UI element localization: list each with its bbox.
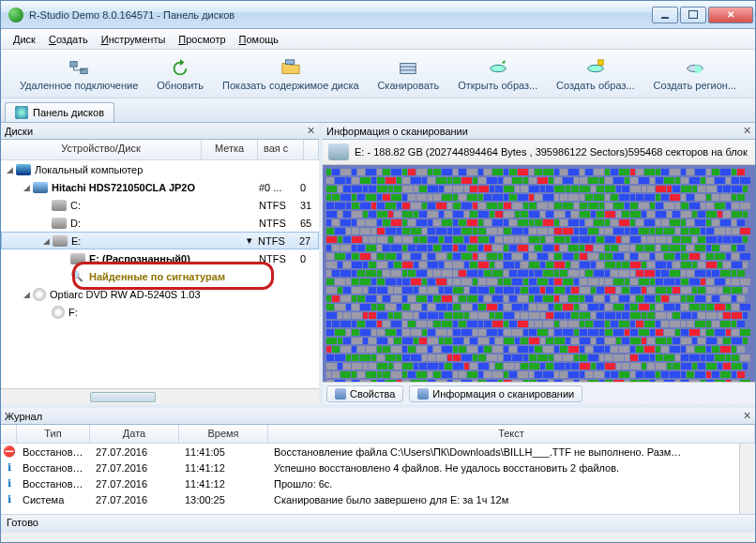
- journal-row[interactable]: ℹ Восстанов… 27.07.2016 11:41:12 Прошло:…: [1, 475, 739, 491]
- toolbar: Удаленное подключение Обновить Показать …: [1, 50, 755, 98]
- jrow-time: 11:41:12: [179, 478, 268, 490]
- disk-tab-icon: [15, 106, 28, 119]
- menu-disk[interactable]: Диск: [7, 31, 42, 48]
- col-device[interactable]: Устройство/Диск: [1, 140, 202, 159]
- svg-point-6: [490, 65, 506, 71]
- tb-remote-label: Удаленное подключение: [20, 80, 138, 91]
- svg-rect-0: [70, 61, 77, 67]
- jcol-type[interactable]: Тип: [17, 425, 90, 443]
- tb-createimage-label: Создать образ...: [556, 80, 635, 91]
- tb-remote[interactable]: Удаленное подключение: [10, 55, 147, 93]
- jrow-text: Сканирование было завершено для E: за 1ч…: [268, 494, 739, 505]
- close-button[interactable]: ✕: [708, 7, 753, 23]
- journal-body[interactable]: ⛔ Восстанов… 27.07.2016 11:41:05 Восстан…: [1, 444, 739, 514]
- tab-scaninfo[interactable]: Информация о сканировании: [409, 385, 582, 402]
- menu-help[interactable]: Помощь: [233, 31, 286, 48]
- jrow-date: 27.07.2016: [90, 446, 179, 458]
- tabs-row: Панель дисков: [1, 98, 755, 123]
- device-tree[interactable]: ◢Локальный компьютер ◢Hitachi HDS721050C…: [1, 160, 319, 388]
- disks-pane-close[interactable]: ✕: [307, 125, 315, 137]
- refresh-icon: [167, 57, 193, 80]
- maximize-button[interactable]: [680, 7, 706, 23]
- app-window: R-Studio Demo 8.0.164571 - Панель дисков…: [0, 0, 756, 543]
- drive-icon: [52, 200, 67, 211]
- tb-openimage[interactable]: Открыть образ...: [448, 55, 547, 93]
- jcol-date[interactable]: Дата: [90, 425, 179, 443]
- tree-row-c[interactable]: C:NTFS31: [1, 196, 319, 214]
- jrow-type: Восстанов…: [17, 478, 90, 490]
- scrollbar-thumb[interactable]: [90, 392, 156, 402]
- scaninfo-pane-close[interactable]: ✕: [743, 125, 751, 137]
- jrow-text: Успешно восстановлено 4 файлов. Не удало…: [268, 462, 739, 474]
- scaninfo-icon: [417, 388, 429, 400]
- jrow-type: Система: [17, 494, 90, 505]
- jcol-time[interactable]: Время: [179, 425, 268, 443]
- tree-row-d[interactable]: D:NTFS65: [1, 214, 319, 232]
- tab-properties[interactable]: Свойства: [326, 385, 403, 402]
- journal-close[interactable]: ✕: [743, 410, 751, 422]
- drive-icon: [53, 235, 68, 247]
- col-fs[interactable]: вая с: [258, 140, 304, 159]
- folder-open-icon: [278, 57, 304, 80]
- right-tabs: Свойства Информация о сканировании: [323, 382, 755, 404]
- tree-row-hdd[interactable]: ◢Hitachi HDS721050CLA JP2O#0 ...0: [1, 178, 319, 196]
- jrow-time: 11:41:12: [179, 462, 268, 474]
- tree-row-signatures[interactable]: 🔍Найденные по сигнатурам: [1, 267, 319, 285]
- titlebar: R-Studio Demo 8.0.164571 - Панель дисков…: [1, 1, 755, 29]
- scan-disk-info: E: - 188.82 GB (202744894464 Bytes , 395…: [355, 146, 748, 158]
- tb-scan[interactable]: Сканировать: [368, 55, 448, 93]
- journal-header: Тип Дата Время Текст: [1, 425, 755, 444]
- info-icon: ℹ: [1, 477, 17, 490]
- network-icon: [66, 57, 92, 80]
- tree-row-e-recognized[interactable]: E: (Распознанный0)NTFS0: [1, 249, 319, 267]
- journal-row[interactable]: ℹ Система 27.07.2016 13:00:25 Сканирован…: [1, 491, 739, 507]
- menu-create[interactable]: Создать: [42, 31, 95, 48]
- jrow-date: 27.07.2016: [90, 462, 179, 474]
- tb-refresh[interactable]: Обновить: [147, 55, 213, 93]
- jrow-text: Прошло: 6с.: [268, 478, 739, 490]
- tab-disk-panel[interactable]: Панель дисков: [5, 102, 114, 122]
- journal-row[interactable]: ℹ Восстанов… 27.07.2016 11:41:12 Успешно…: [1, 460, 739, 475]
- journal-title-label: Журнал: [5, 411, 42, 422]
- tree-row-e[interactable]: ◢E:▾ NTFS27: [1, 232, 319, 249]
- menubar: Диск Создать Инструменты Просмотр Помощь: [1, 29, 755, 50]
- svg-rect-2: [285, 59, 294, 64]
- disk-large-icon: [328, 143, 349, 160]
- status-bar: Готово: [1, 514, 755, 533]
- tree-row-f[interactable]: F:: [1, 303, 319, 321]
- menu-view[interactable]: Просмотр: [172, 31, 232, 48]
- svg-rect-8: [598, 59, 604, 65]
- jrow-text: Восстановление файла C:\Users\ПК\Downloa…: [268, 446, 739, 458]
- tb-scan-label: Сканировать: [377, 80, 439, 91]
- tb-createregion[interactable]: Создать регион...: [644, 55, 746, 93]
- info-icon: ℹ: [1, 461, 17, 474]
- scaninfo-pane-title: Информация о сканировании ✕: [323, 123, 755, 140]
- menu-tools[interactable]: Инструменты: [95, 31, 173, 48]
- col-start[interactable]: [304, 140, 319, 159]
- tab-scaninfo-label: Информация о сканировании: [432, 388, 574, 400]
- drive-icon: [70, 253, 85, 264]
- tb-showcontent[interactable]: Показать содержимое диска: [213, 55, 368, 93]
- jcol-text[interactable]: Текст: [268, 425, 755, 443]
- dvd-icon: [33, 288, 46, 301]
- jrow-date: 27.07.2016: [90, 494, 179, 505]
- tab-properties-label: Свойства: [350, 388, 395, 400]
- left-scrollbar[interactable]: [1, 388, 319, 404]
- tree-row-localpc[interactable]: ◢Локальный компьютер: [1, 160, 319, 178]
- right-pane: Информация о сканировании ✕ E: - 188.82 …: [323, 123, 755, 404]
- tb-createimage[interactable]: Создать образ...: [547, 55, 643, 93]
- disks-pane-title: Диски ✕: [1, 123, 319, 140]
- disks-pane-title-label: Диски: [5, 126, 33, 137]
- col-label[interactable]: Метка: [202, 140, 258, 159]
- tree-row-dvd[interactable]: ◢Optiarc DVD RW AD-5240S 1.03: [1, 285, 319, 303]
- minimize-button[interactable]: [652, 7, 678, 23]
- tb-openimage-label: Открыть образ...: [458, 80, 537, 91]
- scaninfo-title-label: Информация о сканировании: [326, 126, 468, 137]
- left-pane: Диски ✕ Устройство/Диск Метка вая с ◢Лок…: [1, 123, 323, 404]
- scan-map[interactable]: [323, 165, 755, 382]
- signatures-icon: 🔍: [70, 270, 85, 282]
- tree-header: Устройство/Диск Метка вая с: [1, 140, 319, 160]
- journal-scrollbar[interactable]: [739, 444, 755, 514]
- journal-row[interactable]: ⛔ Восстанов… 27.07.2016 11:41:05 Восстан…: [1, 444, 739, 460]
- tb-refresh-label: Обновить: [157, 80, 204, 91]
